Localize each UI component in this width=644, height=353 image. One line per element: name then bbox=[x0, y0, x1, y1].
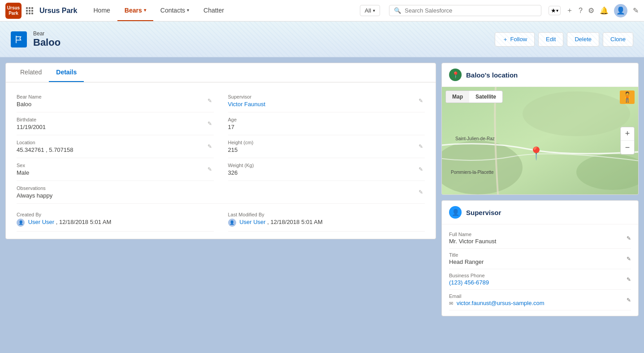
record-header: Bear Baloo ＋ Follow Edit Delete Clone bbox=[0, 22, 644, 57]
field-created-by: Created By 👤 User User , 12/18/2018 5:01… bbox=[17, 207, 214, 232]
modified-user-icon: 👤 bbox=[228, 219, 236, 227]
street-view-icon[interactable]: 🧍 bbox=[620, 90, 635, 104]
search-bar: 🔍 bbox=[389, 5, 541, 16]
user-avatar[interactable]: 👤 bbox=[614, 4, 627, 17]
field-row-5: Observations Always happy bbox=[17, 181, 425, 204]
supervisor-fields: Full Name Mr. Victor Faunust Title Head … bbox=[442, 224, 638, 316]
created-row: Created By 👤 User User , 12/18/2018 5:01… bbox=[17, 207, 425, 232]
email-icon: ✉ bbox=[449, 301, 453, 306]
edit-phone-icon[interactable] bbox=[627, 276, 631, 283]
field-row-2: Birthdate 11/19/2001 Age 17 bbox=[17, 112, 425, 135]
avatar-icon: 👤 bbox=[616, 6, 625, 15]
record-title-group: Bear Baloo bbox=[33, 30, 61, 48]
notifications-icon[interactable]: 🔔 bbox=[600, 6, 609, 15]
zoom-out-button[interactable]: − bbox=[621, 141, 634, 154]
search-icon: 🔍 bbox=[394, 7, 401, 14]
app-name: Ursus Park bbox=[39, 7, 78, 15]
top-nav: Ursus Park Ursus Park Home Bears ▾ Conta… bbox=[0, 0, 644, 22]
help-icon[interactable]: ? bbox=[579, 7, 583, 15]
sup-field-phone: Business Phone (123) 456-6789 bbox=[449, 269, 631, 290]
add-icon[interactable]: ＋ bbox=[566, 6, 573, 15]
app-icon[interactable]: Ursus Park bbox=[5, 3, 22, 19]
left-panel: Related Details Bear Name Baloo Supervis… bbox=[5, 63, 436, 239]
favorites-button[interactable]: ★ ▾ bbox=[549, 6, 561, 15]
flag-icon bbox=[15, 35, 23, 43]
map-background: Map Satellite 🧍 Saint-Julien-de-Raz Pomm… bbox=[442, 87, 638, 194]
nav-tabs: Home Bears ▾ Contacts ▾ Chatter bbox=[86, 0, 360, 21]
chevron-down-icon: ▾ bbox=[144, 8, 146, 13]
edit-fullname-icon[interactable] bbox=[627, 235, 631, 241]
tab-details[interactable]: Details bbox=[49, 63, 84, 82]
delete-button[interactable]: Delete bbox=[567, 32, 599, 47]
sup-field-email: Email ✉ victor.faunust@ursus-sample.com bbox=[449, 290, 631, 310]
supervisor-icon: 👤 bbox=[449, 206, 462, 219]
record-object-type: Bear bbox=[33, 30, 61, 37]
chevron-down-icon: ▾ bbox=[187, 8, 189, 13]
supervisor-card-header: 👤 Supervisor bbox=[442, 201, 638, 224]
field-sex: Sex Male bbox=[17, 158, 214, 181]
sup-field-fullname: Full Name Mr. Victor Faunust bbox=[449, 228, 631, 249]
edit-button[interactable]: Edit bbox=[538, 32, 563, 47]
grid-icon[interactable] bbox=[26, 7, 34, 14]
edit-title-icon[interactable] bbox=[627, 256, 631, 262]
location-icon: 📍 bbox=[449, 69, 462, 81]
map-pin: 📍 bbox=[528, 146, 544, 161]
field-row-3: Location 45.342761 , 5.707158 Height (cm… bbox=[17, 135, 425, 158]
field-location: Location 45.342761 , 5.707158 bbox=[17, 135, 214, 158]
edit-supervisor-icon[interactable] bbox=[419, 98, 423, 104]
edit-weight-icon[interactable] bbox=[419, 166, 423, 172]
nav-tab-chatter[interactable]: Chatter bbox=[196, 0, 231, 21]
edit-height-icon[interactable] bbox=[419, 143, 423, 150]
map-zoom-controls: + − bbox=[620, 127, 635, 155]
nav-tab-bears[interactable]: Bears ▾ bbox=[117, 0, 153, 21]
record-actions: ＋ Follow Edit Delete Clone bbox=[495, 32, 633, 47]
field-age: Age 17 bbox=[228, 112, 425, 135]
record-name: Baloo bbox=[33, 37, 61, 48]
location-card: 📍 Baloo's location bbox=[441, 63, 639, 195]
field-bear-name: Bear Name Baloo bbox=[17, 90, 214, 112]
top-right-icons: ★ ▾ ＋ ? ⚙ 🔔 👤 ✎ bbox=[549, 4, 639, 17]
app-icon-label: Ursus Park bbox=[5, 5, 22, 16]
email-link[interactable]: victor.faunust@ursus-sample.com bbox=[457, 300, 545, 306]
search-scope-all[interactable]: All ▾ bbox=[360, 5, 380, 16]
search-input[interactable] bbox=[405, 7, 536, 14]
svg-point-2 bbox=[523, 91, 630, 136]
location-card-header: 📍 Baloo's location bbox=[442, 63, 638, 87]
plus-icon: ＋ bbox=[502, 35, 508, 43]
nav-tab-contacts[interactable]: Contacts ▾ bbox=[153, 0, 196, 21]
chevron-down-icon: ▾ bbox=[556, 8, 558, 13]
map-tabs: Map Satellite bbox=[445, 90, 503, 103]
field-weight: Weight (Kg) 326 bbox=[228, 158, 425, 181]
follow-button[interactable]: ＋ Follow bbox=[495, 32, 535, 47]
details-content: Bear Name Baloo Supervisor Victor Faunus… bbox=[6, 82, 436, 239]
tab-related[interactable]: Related bbox=[13, 63, 49, 82]
created-user-link[interactable]: User User bbox=[28, 219, 55, 225]
field-modified-by: Last Modified By 👤 User User , 12/18/201… bbox=[228, 207, 425, 232]
zoom-in-button[interactable]: + bbox=[621, 127, 634, 141]
star-icon: ★ bbox=[551, 7, 556, 14]
clone-button[interactable]: Clone bbox=[603, 32, 633, 47]
record-icon-badge bbox=[11, 31, 27, 47]
map-tab-map[interactable]: Map bbox=[446, 91, 469, 103]
supervisor-card: 👤 Supervisor Full Name Mr. Victor Faunus… bbox=[441, 200, 639, 316]
field-supervisor: Supervisor Victor Faunust bbox=[228, 90, 425, 112]
sup-field-title: Title Head Ranger bbox=[449, 249, 631, 269]
settings-icon[interactable]: ⚙ bbox=[588, 6, 594, 15]
modified-user-link[interactable]: User User bbox=[239, 219, 266, 225]
nav-tab-home[interactable]: Home bbox=[86, 0, 117, 21]
edit-birthdate-icon[interactable] bbox=[207, 121, 212, 127]
edit-observations-icon[interactable] bbox=[419, 189, 423, 195]
right-panel: 📍 Baloo's location bbox=[441, 63, 639, 316]
field-birthdate: Birthdate 11/19/2001 bbox=[17, 112, 214, 135]
edit-sex-icon[interactable] bbox=[207, 166, 212, 172]
field-row-4: Sex Male Weight (Kg) 326 bbox=[17, 158, 425, 181]
edit-email-icon[interactable] bbox=[627, 297, 631, 303]
tab-bar: Related Details bbox=[6, 63, 436, 82]
edit-location-icon[interactable] bbox=[207, 143, 212, 150]
edit-bear-name-icon[interactable] bbox=[207, 98, 212, 104]
map-container: Map Satellite 🧍 Saint-Julien-de-Raz Pomm… bbox=[442, 87, 638, 194]
map-tab-satellite[interactable]: Satellite bbox=[469, 91, 502, 103]
chevron-down-icon: ▾ bbox=[373, 8, 375, 13]
field-row-1: Bear Name Baloo Supervisor Victor Faunus… bbox=[17, 90, 425, 112]
edit-nav-icon[interactable]: ✎ bbox=[633, 6, 639, 15]
